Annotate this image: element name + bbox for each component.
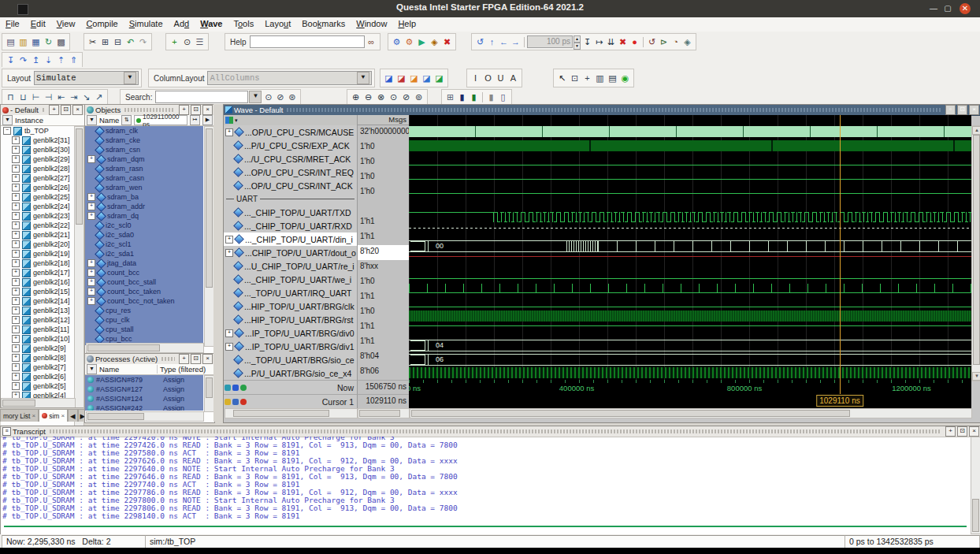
finish-icon[interactable]: ◈ — [681, 36, 693, 48]
object-item[interactable]: +sdram_addr — [85, 202, 203, 211]
tree-item[interactable]: +genblk2[18] — [1, 258, 75, 268]
filter-dropdown-icon[interactable]: ▼ — [87, 115, 97, 125]
menu-tools[interactable]: Tools — [228, 17, 259, 28]
copy-icon[interactable]: ⊞ — [99, 36, 111, 48]
expand-icon[interactable]: + — [12, 155, 20, 163]
msgs-column-header[interactable]: Msgs — [357, 115, 409, 125]
pane-add-icon[interactable]: + — [945, 426, 956, 437]
tree-item[interactable]: +genblk2[21] — [1, 230, 75, 240]
add-selected-watch-icon[interactable]: ◪ — [433, 73, 445, 84]
wave-signal-name[interactable]: ...OP/U_CPU_CSR/INT_REQ — [224, 165, 357, 179]
wave-signal-name[interactable]: ...U_CHIP_TOP/U_UART/re_i — [224, 259, 357, 273]
chevron-down-icon[interactable]: ▼ — [357, 72, 369, 84]
tree-item[interactable]: +genblk2[19] — [1, 249, 75, 258]
show-grid-icon[interactable]: ⊞ — [444, 91, 456, 103]
cursor-time-box[interactable]: 1029110 ns — [816, 395, 863, 407]
wave-group-divider[interactable]: UART — [224, 192, 357, 206]
object-item[interactable]: +count_bcc_not_taken — [85, 296, 203, 306]
pane-close-icon[interactable]: × — [72, 105, 83, 115]
expand-icon[interactable]: + — [12, 184, 20, 191]
wave-values-hscrollbar[interactable] — [358, 408, 410, 418]
tree-item[interactable]: +genblk2[27] — [1, 173, 75, 183]
menu-help[interactable]: Help — [392, 17, 421, 28]
search-options-icon[interactable]: ⊛ — [286, 91, 298, 103]
expand-icon[interactable]: + — [12, 231, 20, 239]
wave-cursor-tool-icon[interactable] — [225, 117, 233, 124]
pane-split-icon[interactable]: ▯ — [497, 91, 509, 103]
add-menu-icon[interactable]: + — [169, 36, 180, 48]
object-item[interactable]: cpu_res — [85, 306, 203, 315]
menu-view[interactable]: View — [51, 17, 81, 28]
zoom-range-icon[interactable]: ⊘ — [400, 91, 412, 103]
cut-icon[interactable]: ✂ — [87, 36, 98, 48]
pane-drag-handle[interactable] — [287, 108, 941, 112]
expand-icon[interactable]: + — [12, 212, 20, 220]
tree-item[interactable]: +genblk2[29] — [1, 154, 75, 164]
processes-column-header[interactable]: ▼ Name Type (filtered) — [85, 364, 214, 375]
tree-item[interactable]: +genblk2[25] — [1, 192, 75, 202]
expand-icon[interactable]: + — [87, 269, 95, 277]
waveform-row[interactable] — [409, 182, 971, 196]
wave-timeline[interactable]: 0 ns400000 ns800000 ns1200000 ns — [409, 380, 971, 394]
wave-signal-name[interactable]: ...OP/U_CPU_CSR/INT_ACK — [224, 179, 357, 192]
tree-item[interactable]: +genblk2[26] — [1, 183, 75, 192]
waveform-row[interactable] — [409, 253, 971, 267]
expand-icon[interactable]: + — [87, 297, 95, 305]
expand-icon[interactable]: + — [12, 193, 20, 201]
find-next-icon[interactable]: ⊙ — [262, 91, 274, 103]
expand-columns-icon[interactable]: ▥ — [594, 73, 606, 84]
expand-icon[interactable]: + — [87, 278, 95, 286]
tree-item[interactable]: +genblk2[12] — [1, 315, 75, 325]
expand-icon[interactable]: + — [225, 343, 233, 351]
open-file-icon[interactable]: ▥ — [17, 36, 29, 48]
filter-icon[interactable]: ☰ — [194, 36, 206, 48]
next-transition-icon[interactable]: ⇥ — [68, 91, 80, 103]
menu-layout[interactable]: Layout — [259, 17, 296, 28]
tree-item[interactable]: +genblk2[6] — [1, 372, 75, 381]
chevron-down-icon[interactable]: ▼ — [249, 91, 262, 103]
object-item[interactable]: sdram_rasn — [85, 164, 203, 173]
sort-icon[interactable]: ⇅ — [121, 115, 132, 125]
run-continue-icon[interactable]: ↦ — [593, 36, 605, 48]
transcript-body[interactable]: # tb_TOP.U_SDRAM : at time 2297420.0 ns … — [2, 437, 971, 533]
tree-item[interactable]: +genblk2[8] — [1, 353, 75, 363]
object-item[interactable]: +sdram_ba — [85, 192, 203, 202]
tree-item[interactable]: +genblk2[17] — [1, 268, 75, 277]
find-icon[interactable]: ⊙ — [181, 36, 193, 48]
search-input[interactable] — [155, 91, 248, 103]
tree-item[interactable]: +genblk2[30] — [1, 145, 75, 154]
expand-icon[interactable]: + — [12, 165, 20, 173]
object-item[interactable]: cpu_clk — [85, 315, 203, 325]
processes-horizontal-scrollbar[interactable] — [86, 411, 204, 422]
object-item[interactable]: i2c_sda1 — [85, 249, 203, 258]
object-item[interactable]: +sdram_dq — [85, 211, 203, 221]
step-into-icon[interactable]: ↧ — [5, 54, 17, 66]
step-current-icon[interactable]: ⇣ — [43, 54, 54, 66]
rising-edge-icon[interactable]: ↗ — [93, 91, 105, 103]
tree-item[interactable]: +genblk2[24] — [1, 202, 75, 211]
filter-inputs-icon[interactable]: I — [470, 73, 481, 84]
waveform-row[interactable] — [409, 310, 971, 324]
expand-icon[interactable]: + — [87, 259, 95, 267]
wave-signal-name[interactable]: +...CHIP_TOP/U_UART/dout_o — [224, 246, 357, 259]
expand-icon[interactable]: + — [87, 203, 95, 210]
menu-window[interactable]: Window — [351, 17, 392, 28]
waveform-row[interactable]: 00 — [409, 239, 971, 253]
objects-column-header[interactable]: ▼ Name ⇅ 1029110000 ps ↦ ▶ — [85, 115, 214, 126]
waveform-row[interactable] — [409, 366, 971, 380]
zoom-cursor-icon[interactable]: ⊙ — [388, 91, 399, 103]
tree-item[interactable]: +genblk2[22] — [1, 221, 75, 230]
add-selected-log-icon[interactable]: ◪ — [408, 73, 420, 84]
tree-item[interactable]: +genblk2[31] — [1, 136, 75, 145]
expand-icon[interactable]: + — [87, 193, 95, 201]
run-next-icon[interactable]: ⊳ — [658, 36, 670, 48]
wave-signal-name[interactable]: +...IP_TOP/U_UART/BRG/div0 — [224, 326, 357, 340]
tab-scroll-left[interactable]: ◀ — [68, 409, 78, 422]
break-icon[interactable]: ● — [629, 36, 640, 48]
add-selected-wave-icon[interactable]: ◪ — [383, 73, 395, 84]
wave-signal-name[interactable]: ...HIP_TOP/U_UART/BRG/clk — [224, 299, 357, 313]
wave-canvas[interactable]: 000406 — [409, 115, 971, 380]
pane-dock-icon[interactable]: ⊡ — [191, 105, 201, 115]
expand-icon[interactable]: + — [12, 316, 20, 324]
menu-wave[interactable]: Wave — [195, 17, 228, 28]
